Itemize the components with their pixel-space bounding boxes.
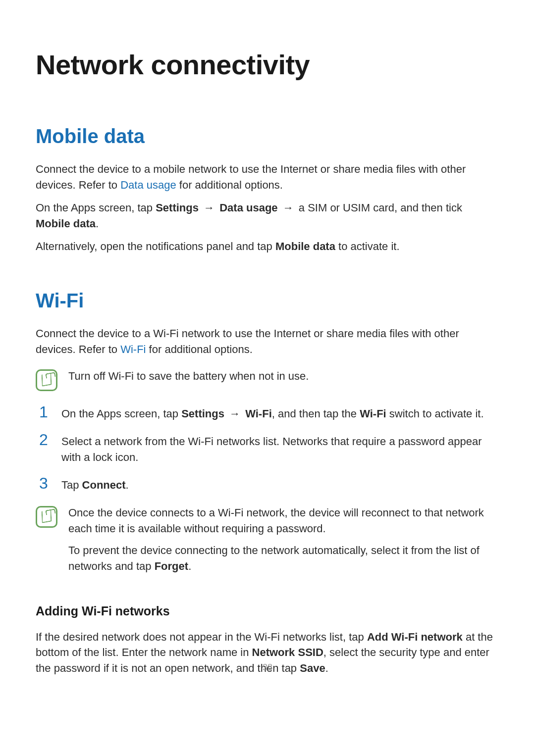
page-number: 38 [0,662,535,673]
step-2: 2 Select a network from the Wi-Fi networ… [36,434,499,465]
steps-list: 1 On the Apps screen, tap Settings → Wi-… [36,406,499,493]
ui-connect: Connect [82,479,126,491]
text: . [188,560,191,572]
heading-adding-wifi: Adding Wi-Fi networks [36,604,499,618]
text: To prevent the device connecting to the … [68,544,480,572]
step-number: 1 [36,404,52,420]
step-number: 2 [36,432,52,448]
ui-mobile-data: Mobile data [275,240,335,252]
text: , and then tap the [272,407,360,420]
step-2-text: Select a network from the Wi-Fi networks… [61,434,499,465]
step-1-text: On the Apps screen, tap Settings → Wi-Fi… [61,406,499,422]
ui-add-wifi-network: Add Wi-Fi network [367,631,463,643]
step-3-text: Tap Connect. [61,477,499,493]
link-wifi[interactable]: Wi-Fi [120,343,146,355]
section-mobile-data: Mobile data Connect the device to a mobi… [36,125,499,254]
text: If the desired network does not appear i… [36,631,367,643]
ui-data-usage: Data usage [219,202,277,214]
note-block: Once the device connects to a Wi-Fi netw… [36,505,499,580]
ui-network-ssid: Network SSID [252,646,323,658]
text: for additional options. [146,343,253,355]
note-block: Turn off Wi-Fi to save the battery when … [36,368,499,391]
text: switch to activate it. [386,407,484,420]
arrow-icon: → [224,407,245,420]
text: a SIM or USIM card, and then tick [299,202,462,214]
text: . [96,217,99,230]
step-3: 3 Tap Connect. [36,477,499,493]
ui-wifi: Wi-Fi [245,407,272,420]
arrow-icon: → [278,202,299,214]
ui-mobile-data: Mobile data [36,217,96,230]
text: . [126,479,129,491]
note-text: Turn off Wi-Fi to save the battery when … [68,368,499,384]
section-wifi: Wi-Fi Connect the device to a Wi-Fi netw… [36,290,499,676]
heading-mobile-data: Mobile data [36,125,499,148]
mobile-data-paragraph-2: On the Apps screen, tap Settings → Data … [36,200,499,232]
heading-wifi: Wi-Fi [36,290,499,312]
ui-settings: Settings [156,202,199,214]
ui-settings: Settings [181,407,224,420]
text: On the Apps screen, tap [61,407,181,420]
mobile-data-paragraph-1: Connect the device to a mobile network t… [36,161,499,193]
note-text: Once the device connects to a Wi-Fi netw… [68,505,495,537]
step-1: 1 On the Apps screen, tap Settings → Wi-… [36,406,499,422]
page-title: Network connectivity [36,49,499,81]
note-icon [36,506,57,528]
text: for additional options. [176,179,283,191]
note-body: Once the device connects to a Wi-Fi netw… [68,505,499,580]
ui-wifi-switch: Wi-Fi [360,407,386,420]
step-body: Tap Connect. [61,477,499,493]
note-icon [36,369,57,391]
text: to activate it. [335,240,400,252]
step-number: 3 [36,475,52,491]
step-body: On the Apps screen, tap Settings → Wi-Fi… [61,406,499,422]
text: On the Apps screen, tap [36,202,156,214]
step-body: Select a network from the Wi-Fi networks… [61,434,499,465]
note-text: To prevent the device connecting to the … [68,543,495,574]
link-data-usage[interactable]: Data usage [120,179,176,191]
ui-forget: Forget [155,560,188,572]
note-body: Turn off Wi-Fi to save the battery when … [68,368,499,390]
wifi-paragraph-1: Connect the device to a Wi-Fi network to… [36,326,499,357]
arrow-icon: → [199,202,219,214]
mobile-data-paragraph-3: Alternatively, open the notifications pa… [36,239,499,254]
text: Alternatively, open the notifications pa… [36,240,275,252]
text: Tap [61,479,82,491]
